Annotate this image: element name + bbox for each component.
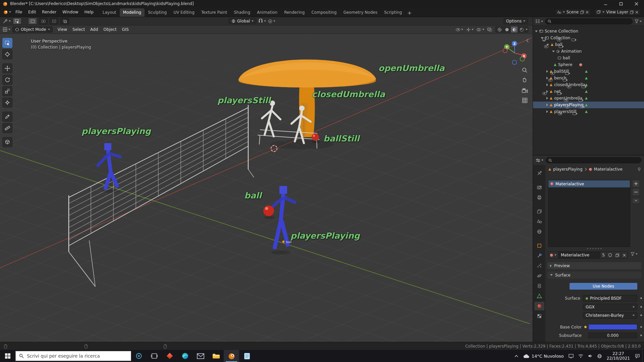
viewport-menu-select[interactable]: Select: [70, 27, 87, 32]
scale-tool[interactable]: [2, 86, 12, 96]
app-icon-red-diamond[interactable]: [162, 350, 177, 362]
task-view-button[interactable]: [147, 350, 162, 362]
scene-selector[interactable]: Scene: [555, 9, 591, 15]
object-visibility-dropdown[interactable]: [456, 28, 463, 31]
fake-user-shield-icon[interactable]: [607, 252, 614, 258]
cursor-tool[interactable]: [2, 49, 12, 59]
surface-panel-header[interactable]: Surface: [547, 272, 641, 279]
decorator-dot[interactable]: [640, 306, 642, 308]
preview-panel-header[interactable]: Preview: [547, 262, 641, 269]
show-overlays-dropdown[interactable]: [477, 27, 484, 32]
material-filter-dropdown[interactable]: [631, 252, 638, 256]
users-count-badge[interactable]: 5: [600, 252, 607, 258]
new-view-layer-icon[interactable]: [630, 10, 634, 14]
maximize-button[interactable]: [613, 0, 629, 7]
hide-viewport-icon[interactable]: [567, 85, 571, 88]
viewport-menu-gis[interactable]: GIS: [119, 27, 131, 32]
add-slot-button[interactable]: [632, 180, 640, 187]
surface-shader-dropdown[interactable]: Principled BSDF: [583, 295, 637, 302]
viewport-menu-object[interactable]: Object: [101, 27, 119, 32]
collection-checkbox[interactable]: [542, 38, 546, 41]
file-explorer-icon[interactable]: [208, 350, 224, 362]
minimize-button[interactable]: [598, 0, 613, 7]
measure-tool[interactable]: [2, 123, 12, 133]
tab-modeling[interactable]: Modeling: [120, 8, 145, 17]
ball-still-mesh[interactable]: [312, 133, 320, 143]
tab-physics[interactable]: [534, 272, 544, 280]
tab-object-data[interactable]: [534, 292, 544, 300]
action-center-icon[interactable]: [633, 350, 642, 362]
properties-search-input[interactable]: [546, 157, 641, 163]
distribution-dropdown[interactable]: GGX: [583, 304, 637, 310]
blender-taskbar-icon[interactable]: [224, 350, 239, 362]
tab-object[interactable]: [534, 241, 544, 250]
disable-render-icon[interactable]: [565, 72, 569, 75]
annotate-tool[interactable]: [2, 112, 12, 122]
subsurface-method-dropdown[interactable]: Christensen-Burley: [583, 312, 637, 319]
tab-particles[interactable]: [534, 261, 544, 270]
tray-language-icon[interactable]: [595, 350, 604, 362]
breadcrumb-material[interactable]: Materialactive: [594, 167, 623, 172]
hide-viewport-icon[interactable]: [564, 99, 568, 102]
base-color-swatch[interactable]: [588, 324, 637, 330]
menu-render[interactable]: Render: [39, 10, 59, 14]
unlink-scene-icon[interactable]: [586, 11, 589, 14]
tab-output[interactable]: [534, 193, 544, 202]
decorator-dot[interactable]: [640, 335, 642, 336]
view-layer-selector[interactable]: View Layer: [594, 9, 641, 15]
material-name-field[interactable]: Materialactive: [558, 252, 600, 258]
proportional-editing-dropdown[interactable]: [268, 19, 275, 23]
outliner-row-closedumbrella[interactable]: closedUmbrella: [533, 81, 644, 88]
outliner-row-animation[interactable]: Animation: [533, 48, 644, 55]
material-slot-row[interactable]: Materialactive: [548, 180, 630, 187]
transform-orientation-dropdown[interactable]: Global: [229, 18, 256, 24]
browse-material-button[interactable]: [548, 252, 558, 258]
tab-compositing[interactable]: Compositing: [308, 8, 340, 17]
show-desktop-button[interactable]: [642, 350, 644, 362]
outliner-row-playersplaying[interactable]: playersPlaying: [533, 102, 644, 108]
tab-modifiers[interactable]: [534, 251, 544, 260]
outliner-row-ball-action[interactable]: ball: [533, 55, 644, 61]
tab-animation[interactable]: Animation: [254, 8, 281, 17]
taskbar-search-input[interactable]: [27, 353, 121, 359]
active-tool-icon[interactable]: [13, 18, 21, 24]
hide-viewport-icon[interactable]: [550, 72, 555, 75]
shading-material-preview-button[interactable]: [511, 26, 518, 33]
menu-edit[interactable]: Edit: [25, 10, 39, 14]
outliner-row-openumbrella[interactable]: openUmbrella: [533, 95, 644, 102]
players-playing-front-mesh[interactable]: [270, 186, 296, 254]
hide-viewport-icon[interactable]: [557, 38, 561, 41]
players-playing-left-mesh[interactable]: [97, 143, 121, 193]
viewport-menu-add[interactable]: Add: [88, 27, 100, 32]
disable-render-icon[interactable]: [572, 39, 575, 41]
close-button[interactable]: [629, 0, 644, 7]
snapping-dropdown[interactable]: [258, 19, 266, 23]
select-mode-extend-button[interactable]: [39, 18, 48, 24]
tray-monitor-icon[interactable]: [566, 350, 576, 362]
viewport-3d[interactable]: ball Z Y X: [0, 34, 533, 342]
select-mode-set-button[interactable]: [28, 18, 37, 24]
hide-viewport-icon[interactable]: [548, 78, 552, 81]
tray-expand-icon[interactable]: [512, 350, 521, 362]
hide-viewport-icon[interactable]: [565, 105, 570, 108]
hide-viewport-icon[interactable]: [542, 92, 547, 95]
material-slot-list[interactable]: Materialactive: [548, 180, 630, 247]
rotate-tool[interactable]: [2, 75, 12, 85]
disable-render-icon[interactable]: [582, 85, 585, 88]
hide-viewport-icon[interactable]: [558, 112, 562, 115]
tab-sculpting[interactable]: Sculpting: [145, 8, 170, 17]
properties-editor-dropdown[interactable]: [536, 158, 543, 163]
transform-tool[interactable]: [2, 98, 12, 108]
new-scene-icon[interactable]: [580, 10, 584, 14]
disable-render-icon[interactable]: [557, 92, 561, 95]
weather-widget[interactable]: 14°C Nuvoloso: [521, 350, 566, 362]
shading-solid-button[interactable]: [503, 26, 510, 33]
show-gizmo-dropdown[interactable]: [466, 27, 474, 32]
menu-file[interactable]: File: [12, 10, 25, 14]
menu-window[interactable]: Window: [59, 10, 81, 14]
select-box-tool[interactable]: [2, 38, 12, 48]
camera-view-icon[interactable]: [521, 86, 529, 95]
mail-icon[interactable]: [193, 350, 208, 362]
use-nodes-button[interactable]: Use Nodes: [570, 283, 637, 290]
tab-tool[interactable]: [534, 169, 544, 178]
